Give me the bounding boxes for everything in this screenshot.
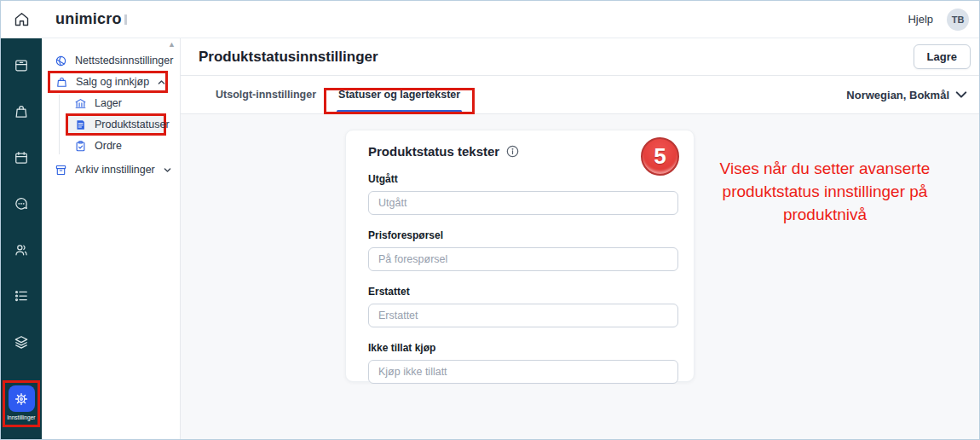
- field-prisforesporsel: Prisforespørsel: [368, 229, 678, 271]
- step-number-badge: 5: [641, 137, 679, 176]
- chevron-down-icon: [955, 90, 967, 99]
- sidebar-item-label: Ordre: [95, 140, 122, 152]
- sidebar-item-lager[interactable]: Lager: [66, 93, 180, 113]
- home-icon: [13, 10, 31, 28]
- produktstatus-tekster-card: Produktstatus tekster Utgått Prisforespø…: [345, 130, 695, 382]
- content-area: Produktstatus tekster Utgått Prisforespø…: [181, 114, 979, 439]
- settings-sidebar: ▲ Nettstedsinnstillinger Salg og innkjøp: [42, 38, 181, 439]
- sidebar-item-label: Salg og innkjøp: [76, 76, 149, 88]
- save-button[interactable]: Lagre: [914, 44, 971, 69]
- gear-icon: [14, 391, 29, 407]
- sidebar-item-salg-og-innkjop[interactable]: Salg og innkjøp: [48, 71, 168, 93]
- field-label: Utgått: [368, 173, 678, 185]
- prisforesporsel-input[interactable]: [368, 247, 678, 271]
- chevron-up-icon: [157, 78, 166, 87]
- annotation-note: Vises når du setter avanserte produktsta…: [711, 157, 939, 226]
- layers-icon[interactable]: [4, 325, 38, 359]
- checklist-icon[interactable]: [4, 279, 38, 313]
- topbar-right: Hjelp TB: [908, 9, 979, 31]
- language-selector[interactable]: Norwegian, Bokmål: [846, 76, 967, 113]
- chevron-down-icon: [163, 165, 172, 175]
- warehouse-icon: [73, 96, 87, 110]
- logo-mark: [124, 14, 127, 25]
- calendar-icon[interactable]: [4, 141, 38, 175]
- sidebar-item-nettstedsinnstillinger[interactable]: Nettstedsinnstillinger: [42, 50, 180, 71]
- users-icon[interactable]: [4, 233, 38, 267]
- field-utgatt: Utgått: [368, 173, 678, 215]
- drawer-icon[interactable]: [4, 49, 38, 83]
- sidebar-item-innstillinger[interactable]: Innstillinger: [3, 380, 40, 427]
- tab-utsolgt-innstillinger[interactable]: Utsolgt-innstillinger: [205, 76, 327, 113]
- clipboard-icon: [73, 139, 87, 153]
- active-tab-underline: [337, 110, 462, 113]
- tab-statuser-og-lagertekster[interactable]: Statuser og lagertekster: [327, 76, 471, 113]
- language-label: Norwegian, Bokmål: [846, 89, 949, 101]
- icon-rail: Innstillinger: [1, 38, 42, 439]
- settings-label: Innstillinger: [7, 414, 35, 420]
- archive-icon: [54, 163, 67, 177]
- ikke-tillat-kjop-input[interactable]: [368, 360, 678, 384]
- home-button[interactable]: [1, 1, 42, 38]
- sidebar-item-label: Arkiv innstillinger: [75, 164, 155, 176]
- logo-text: unimicro: [55, 10, 122, 28]
- tab-label: Utsolgt-innstillinger: [216, 89, 316, 101]
- utgatt-input[interactable]: [368, 191, 678, 215]
- tree-indent-line: [59, 95, 60, 154]
- app-window: unimicro Hjelp TB: [0, 0, 980, 440]
- chat-icon[interactable]: [4, 187, 38, 221]
- main-panel: Produktstatusinnstillinger Lagre Utsolgt…: [181, 38, 979, 439]
- sidebar-item-produktstatuser[interactable]: Produktstatuser: [66, 113, 166, 136]
- sidebar-item-label: Lager: [95, 97, 122, 109]
- scroll-up-indicator[interactable]: ▲: [168, 40, 176, 49]
- field-erstattet: Erstattet: [368, 286, 678, 327]
- tabs-bar: Utsolgt-innstillinger Statuser og lagert…: [181, 76, 979, 114]
- document-icon: [73, 118, 87, 131]
- unimicro-logo: unimicro: [55, 10, 127, 28]
- shopping-bag-icon: [55, 75, 68, 89]
- erstattet-input[interactable]: [368, 304, 678, 327]
- sidebar-item-ordre[interactable]: Ordre: [66, 136, 180, 156]
- card-title: Produktstatus tekster: [368, 144, 499, 159]
- topbar: unimicro Hjelp TB: [1, 1, 979, 38]
- tab-label: Statuser og lagertekster: [338, 89, 460, 101]
- sidebar-subnav: Lager Produktstatuser Ordre: [42, 93, 180, 156]
- field-ikke-tillat-kjop: Ikke tillat kjøp: [368, 342, 678, 384]
- shopping-bag-icon[interactable]: [4, 95, 38, 129]
- globe-icon: [54, 54, 67, 67]
- sidebar-item-label: Nettstedsinnstillinger: [75, 55, 173, 67]
- settings-button[interactable]: [9, 385, 35, 412]
- page-title: Produktstatusinnstillinger: [199, 49, 378, 66]
- help-link[interactable]: Hjelp: [908, 13, 933, 26]
- page-header: Produktstatusinnstillinger Lagre: [181, 38, 979, 76]
- field-label: Prisforespørsel: [368, 229, 678, 241]
- avatar[interactable]: TB: [947, 9, 969, 31]
- info-icon[interactable]: [506, 145, 519, 158]
- sidebar-item-label: Produktstatuser: [95, 119, 170, 130]
- field-label: Ikke tillat kjøp: [368, 342, 678, 354]
- sidebar-item-arkiv-innstillinger[interactable]: Arkiv innstillinger: [42, 159, 180, 180]
- field-label: Erstattet: [368, 286, 678, 298]
